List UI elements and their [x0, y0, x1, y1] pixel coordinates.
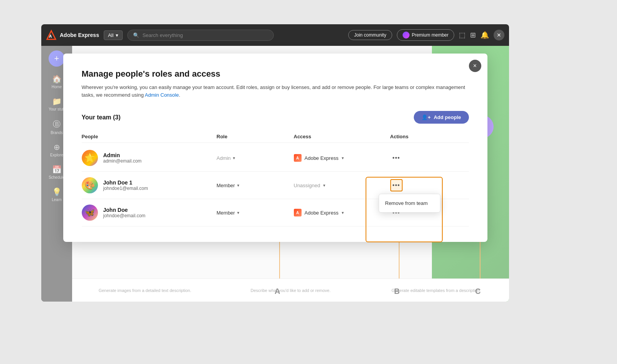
adobe-logo-icon: A	[46, 30, 57, 40]
chevron-down-icon[interactable]: ▾	[237, 183, 239, 188]
chevron-down-icon[interactable]: ▾	[342, 210, 344, 215]
premium-member-button[interactable]: Premium member	[397, 29, 454, 41]
admin-console-link[interactable]: Admin Console	[145, 92, 179, 98]
browser-window: A Adobe Express All ▾ 🔍 Search everythin…	[41, 24, 509, 302]
modal-overlay: × Manage people's roles and access Where…	[41, 46, 509, 302]
svg-text:A: A	[49, 34, 52, 39]
person-name: John Doe 1	[103, 179, 148, 186]
cast-icon[interactable]: ⬚	[459, 31, 465, 39]
access-cell-john-doe-1: Unassigned ▾	[294, 183, 390, 188]
person-info-john-doe: John Doe johndoe@email.com	[103, 207, 146, 218]
manage-roles-modal: × Manage people's roles and access Where…	[63, 54, 487, 242]
close-icon[interactable]: ✕	[494, 30, 504, 40]
filter-dropdown[interactable]: All ▾	[104, 30, 123, 40]
close-x-icon: ×	[473, 62, 477, 69]
app-name: Adobe Express	[60, 32, 99, 38]
person-cell-john-doe: 🦋 John Doe johndoe@email.com	[82, 205, 217, 221]
unassigned-text: Unassigned	[294, 183, 320, 188]
table-row: 🌟 Admin admin@email.com Admin ▾ A Adobe …	[82, 144, 469, 172]
person-name: John Doe	[103, 207, 146, 213]
table-header: People Role Access Actions	[82, 131, 469, 143]
search-icon: 🔍	[133, 32, 139, 38]
role-text: Member	[217, 183, 235, 188]
actions-dropdown: Remove from team	[379, 194, 440, 213]
person-info-admin: Admin admin@email.com	[103, 152, 142, 164]
person-cell-admin: 🌟 Admin admin@email.com	[82, 150, 217, 166]
role-text: Member	[217, 210, 235, 216]
role-cell-john-doe-1: Member ▾	[217, 183, 294, 188]
join-community-button[interactable]: Join community	[348, 30, 392, 40]
chevron-down-icon[interactable]: ▾	[233, 156, 235, 161]
person-email: johndoe@email.com	[103, 213, 146, 218]
access-cell-john-doe: A Adobe Express ▾	[294, 209, 390, 216]
chevron-down-icon[interactable]: ▾	[342, 156, 344, 161]
adobe-express-logo-icon: A	[294, 209, 302, 216]
person-info-john-doe-1: John Doe 1 johndoe1@email.com	[103, 179, 148, 191]
table-row: 🎨 John Doe 1 johndoe1@email.com Member ▾…	[82, 172, 469, 199]
modal-title: Manage people's roles and access	[82, 69, 469, 79]
col-access: Access	[294, 134, 390, 139]
more-options-button[interactable]: •••	[390, 179, 403, 191]
chevron-down-icon: ▾	[116, 32, 118, 38]
app-logo: A Adobe Express	[46, 30, 99, 40]
apps-icon[interactable]: ⊞	[470, 31, 476, 39]
avatar: 🌟	[82, 150, 98, 166]
actions-cell-john-doe-1[interactable]: ••• Remove from team	[390, 179, 437, 191]
role-text: Admin	[217, 155, 231, 161]
notifications-icon[interactable]: 🔔	[480, 31, 489, 39]
chevron-down-icon[interactable]: ▾	[237, 210, 239, 215]
avatar: 🦋	[82, 205, 98, 221]
close-x: ✕	[497, 32, 501, 38]
adobe-express-logo-icon: A	[294, 154, 302, 162]
header-right: Join community Premium member ⬚ ⊞ 🔔 ✕	[348, 29, 504, 41]
person-email: admin@email.com	[103, 158, 142, 164]
person-cell-john-doe-1: 🎨 John Doe 1 johndoe1@email.com	[82, 177, 217, 193]
chevron-down-icon[interactable]: ▾	[323, 183, 325, 188]
search-bar[interactable]: 🔍 Search everything	[127, 30, 274, 41]
team-title: Your team (3)	[82, 114, 121, 121]
role-cell-admin: Admin ▾	[217, 155, 294, 161]
more-options-button[interactable]: •••	[390, 152, 403, 164]
premium-icon	[403, 32, 410, 39]
add-people-button[interactable]: 👤+ Add people	[414, 111, 469, 124]
person-name: Admin	[103, 152, 142, 158]
avatar: 🎨	[82, 177, 98, 193]
access-text: Adobe Express	[305, 210, 339, 216]
modal-description: Wherever you're working, you can easily …	[82, 84, 469, 99]
col-actions: Actions	[390, 134, 437, 139]
access-text: Adobe Express	[305, 155, 339, 161]
col-role: Role	[217, 134, 294, 139]
actions-cell-admin: •••	[390, 152, 437, 164]
access-cell-admin: A Adobe Express ▾	[294, 154, 390, 162]
remove-from-team-option[interactable]: Remove from team	[379, 196, 440, 210]
team-header: Your team (3) 👤+ Add people	[82, 111, 469, 124]
add-person-icon: 👤+	[421, 114, 431, 120]
app-header: A Adobe Express All ▾ 🔍 Search everythin…	[41, 24, 509, 46]
col-people: People	[82, 134, 217, 139]
modal-close-button[interactable]: ×	[469, 60, 481, 72]
person-email: johndoe1@email.com	[103, 186, 148, 191]
role-cell-john-doe: Member ▾	[217, 210, 294, 216]
